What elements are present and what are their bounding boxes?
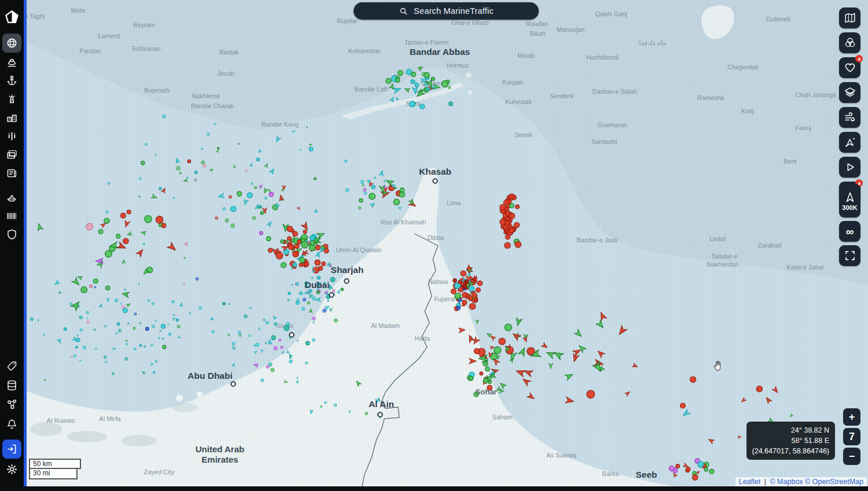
- vessel-marker[interactable]: [398, 71, 403, 76]
- vessel-marker[interactable]: [312, 322, 314, 323]
- vessel-marker[interactable]: [161, 324, 165, 328]
- vessel-marker[interactable]: [252, 216, 256, 220]
- vessel-marker[interactable]: [159, 187, 161, 190]
- vessel-marker[interactable]: [299, 263, 303, 267]
- sidebar-item-news[interactable]: [0, 163, 24, 183]
- vessel-marker[interactable]: [516, 205, 520, 209]
- vessel-marker[interactable]: [87, 321, 90, 324]
- vessel-marker[interactable]: [465, 280, 469, 284]
- vessel-marker[interactable]: [127, 323, 129, 324]
- vessel-marker[interactable]: [229, 195, 231, 198]
- sidebar-item-vessels[interactable]: [0, 52, 24, 72]
- vessel-marker[interactable]: [155, 154, 157, 156]
- vessel-marker[interactable]: [462, 300, 467, 305]
- vessel-marker[interactable]: [163, 345, 166, 349]
- vessel-marker[interactable]: [69, 302, 72, 305]
- vessel-marker[interactable]: [297, 240, 301, 244]
- vessel-marker[interactable]: [141, 161, 145, 165]
- vessel-marker[interactable]: [230, 206, 236, 212]
- vessel-marker[interactable]: [232, 342, 236, 346]
- sidebar-item-sign-in[interactable]: [0, 439, 24, 459]
- vessel-marker[interactable]: [106, 286, 110, 290]
- vessel-marker[interactable]: [451, 289, 456, 294]
- vessel-marker[interactable]: [315, 260, 321, 265]
- vessel-marker[interactable]: [146, 327, 149, 331]
- vessel-marker[interactable]: [187, 160, 190, 163]
- vessel-marker[interactable]: [474, 348, 479, 353]
- vessel-marker[interactable]: [117, 323, 120, 326]
- vessel-marker[interactable]: [238, 331, 241, 334]
- vessel-marker[interactable]: [318, 266, 322, 270]
- vessel-marker[interactable]: [411, 72, 415, 77]
- vessel-marker[interactable]: [692, 475, 698, 481]
- sidebar-item-notifications[interactable]: [0, 414, 24, 434]
- vessel-marker[interactable]: [477, 281, 482, 286]
- vessel-marker[interactable]: [76, 346, 78, 349]
- vessel-marker[interactable]: [73, 355, 76, 357]
- vessel-marker[interactable]: [448, 86, 451, 89]
- vessel-marker[interactable]: [364, 192, 367, 195]
- vessel-marker[interactable]: [152, 302, 154, 305]
- vessel-marker[interactable]: [161, 223, 166, 228]
- vessel-marker[interactable]: [189, 312, 191, 314]
- playback-button[interactable]: [839, 157, 860, 178]
- vessel-marker[interactable]: [265, 342, 267, 344]
- vessel-marker[interactable]: [229, 303, 230, 305]
- vessel-marker[interactable]: [143, 243, 145, 245]
- vessel-marker[interactable]: [31, 318, 33, 320]
- vessel-marker[interactable]: [499, 338, 505, 345]
- layers-button[interactable]: [839, 82, 860, 103]
- vessel-marker[interactable]: [150, 363, 153, 366]
- vessel-marker[interactable]: [93, 279, 98, 283]
- vessel-marker[interactable]: [494, 346, 501, 353]
- sidebar-item-settings[interactable]: [0, 459, 24, 479]
- vessel-marker[interactable]: [330, 278, 335, 282]
- vessel-marker[interactable]: [313, 270, 315, 272]
- vessel-marker[interactable]: [196, 278, 198, 280]
- vessel-marker[interactable]: [358, 206, 361, 209]
- vessel-marker[interactable]: [71, 356, 73, 358]
- vessel-marker[interactable]: [223, 302, 225, 305]
- vessel-marker[interactable]: [256, 343, 260, 347]
- vessel-marker[interactable]: [201, 161, 205, 164]
- vessel-marker[interactable]: [225, 219, 229, 222]
- vessel-marker[interactable]: [274, 322, 277, 326]
- vessel-marker[interactable]: [124, 357, 128, 361]
- vessel-marker[interactable]: [396, 78, 400, 82]
- vessel-marker[interactable]: [120, 213, 126, 218]
- vessel-marker[interactable]: [505, 235, 510, 239]
- vessel-marker[interactable]: [307, 301, 310, 304]
- vessel-marker[interactable]: [457, 306, 460, 309]
- vessel-marker[interactable]: [148, 300, 150, 302]
- sidebar-item-tags[interactable]: [0, 356, 24, 376]
- vessel-marker[interactable]: [94, 286, 96, 288]
- vessel-marker[interactable]: [145, 216, 152, 223]
- zoom-out-button[interactable]: −: [843, 448, 860, 465]
- sidebar-item-ports[interactable]: [0, 71, 24, 90]
- vessel-marker[interactable]: [676, 464, 680, 468]
- vessel-marker[interactable]: [247, 193, 252, 198]
- vessel-marker[interactable]: [123, 238, 129, 244]
- vessel-marker[interactable]: [266, 237, 271, 241]
- vessel-marker[interactable]: [328, 300, 329, 301]
- vessel-marker[interactable]: [299, 291, 303, 295]
- weather-button[interactable]: [839, 107, 860, 128]
- vessel-marker[interactable]: [43, 334, 45, 335]
- vessel-marker[interactable]: [239, 334, 241, 337]
- vessel-marker[interactable]: [106, 211, 108, 213]
- vessel-marker[interactable]: [281, 240, 284, 243]
- vessel-marker[interactable]: [587, 390, 595, 398]
- vessel-marker[interactable]: [264, 197, 267, 199]
- vessel-marker[interactable]: [228, 334, 230, 335]
- vessel-marker[interactable]: [303, 298, 306, 301]
- vessel-marker[interactable]: [315, 245, 320, 250]
- vessel-marker[interactable]: [301, 307, 305, 311]
- vessel-marker[interactable]: [126, 344, 127, 345]
- vessel-marker[interactable]: [470, 279, 474, 283]
- vessel-marker[interactable]: [317, 291, 319, 294]
- sidebar-item-scanner[interactable]: [0, 206, 24, 226]
- vessel-marker[interactable]: [238, 143, 240, 145]
- vessel-marker[interactable]: [420, 104, 424, 109]
- vessel-marker[interactable]: [139, 345, 142, 347]
- vessel-marker[interactable]: [116, 234, 120, 238]
